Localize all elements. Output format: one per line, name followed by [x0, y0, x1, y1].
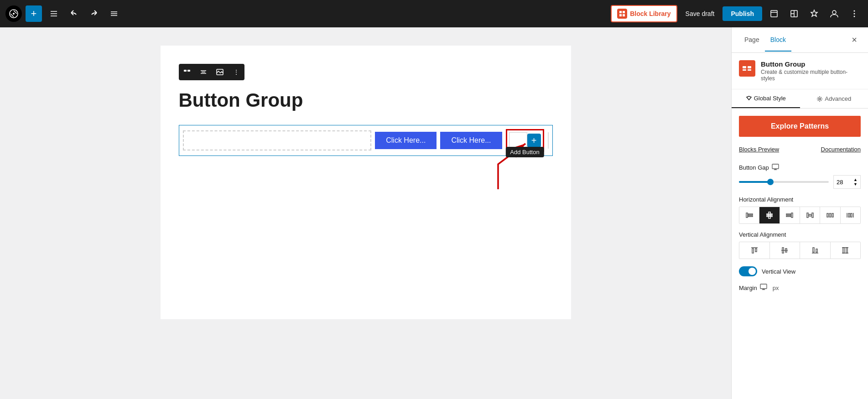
- svg-rect-26: [767, 214, 772, 215]
- block-type-button[interactable]: [179, 64, 195, 80]
- empty-button-area: [183, 130, 372, 150]
- gap-slider-thumb[interactable]: [767, 179, 774, 185]
- image-button[interactable]: [212, 64, 228, 80]
- v-align-top[interactable]: [739, 242, 770, 259]
- svg-point-8: [832, 10, 836, 14]
- svg-rect-19: [748, 69, 751, 71]
- svg-rect-24: [748, 216, 753, 217]
- svg-rect-43: [813, 248, 814, 252]
- svg-rect-21: [772, 164, 779, 169]
- more-block-options[interactable]: ⋮: [228, 64, 244, 80]
- add-button-box: + Add Button: [506, 129, 544, 152]
- svg-rect-34: [827, 213, 828, 217]
- ghost-button[interactable]: [509, 132, 527, 149]
- svg-rect-22: [746, 213, 748, 218]
- more-options-button[interactable]: [846, 5, 863, 22]
- align-button[interactable]: [195, 64, 212, 80]
- settings-section: Button Gap 28 ▲ ▼: [732, 158, 868, 297]
- tab-global-style[interactable]: Global Style: [732, 89, 800, 108]
- svg-point-20: [819, 98, 821, 100]
- v-align-stretch[interactable]: [831, 242, 861, 259]
- block-info-text: Button Group Create & customize multiple…: [761, 60, 861, 82]
- gap-spinner[interactable]: ▲ ▼: [853, 177, 858, 187]
- layout-button[interactable]: [786, 5, 802, 22]
- gap-slider-fill: [739, 181, 770, 183]
- add-button-plus[interactable]: +: [527, 134, 541, 147]
- v-align-middle[interactable]: [770, 242, 800, 259]
- svg-rect-3: [623, 11, 625, 13]
- svg-rect-29: [786, 214, 791, 215]
- svg-rect-17: [748, 66, 751, 68]
- view-button[interactable]: [766, 5, 782, 22]
- blocks-preview-link[interactable]: Blocks Preview: [739, 146, 779, 153]
- svg-rect-23: [748, 214, 753, 215]
- plugins-button[interactable]: [806, 5, 822, 22]
- vertical-view-toggle[interactable]: [739, 266, 757, 276]
- margin-row: Margin px: [739, 284, 861, 292]
- svg-rect-5: [623, 14, 625, 16]
- svg-rect-32: [812, 213, 813, 218]
- svg-rect-39: [752, 249, 754, 253]
- redo-button[interactable]: [86, 5, 102, 22]
- svg-rect-30: [786, 216, 791, 217]
- click-here-button-2[interactable]: Click Here...: [440, 132, 502, 149]
- documentation-link[interactable]: Documentation: [821, 146, 861, 153]
- tab-page[interactable]: Page: [739, 29, 765, 52]
- h-align-space-around[interactable]: [820, 207, 840, 223]
- sidebar-close-button[interactable]: ×: [848, 34, 861, 47]
- user-button[interactable]: [826, 5, 842, 22]
- gap-decrement[interactable]: ▼: [853, 182, 858, 187]
- button-group-block: Click Here... Click Here... + Add Button: [179, 125, 553, 156]
- page-title: Button Group: [179, 89, 553, 111]
- h-align-space-evenly[interactable]: [841, 207, 860, 223]
- editor-canvas: ⋮ Button Group Click Here... Click Here.…: [161, 46, 571, 319]
- svg-rect-38: [851, 213, 852, 217]
- v-align-bottom[interactable]: [800, 242, 831, 259]
- h-align-right[interactable]: [780, 207, 800, 223]
- gap-slider-track[interactable]: [739, 181, 829, 183]
- svg-rect-33: [809, 214, 811, 216]
- list-view-button[interactable]: [106, 5, 122, 22]
- editor-area: ⋮ Button Group Click Here... Click Here.…: [0, 27, 731, 399]
- h-align-left[interactable]: [739, 207, 759, 223]
- undo-button[interactable]: [66, 5, 82, 22]
- gap-increment[interactable]: ▲: [853, 177, 858, 182]
- svg-point-10: [854, 13, 855, 15]
- svg-point-1: [13, 13, 15, 15]
- svg-rect-35: [832, 213, 833, 217]
- publish-button[interactable]: Publish: [722, 6, 762, 21]
- toggle-knob: [748, 268, 756, 275]
- svg-rect-6: [771, 10, 777, 17]
- svg-rect-40: [755, 249, 757, 252]
- svg-point-11: [854, 16, 855, 17]
- svg-rect-27: [767, 216, 772, 217]
- tab-advanced[interactable]: Advanced: [800, 89, 868, 108]
- block-toolbar-area: ⋮: [179, 64, 553, 86]
- save-draft-button[interactable]: Save draft: [681, 7, 719, 20]
- click-here-button-1[interactable]: Click Here...: [375, 132, 437, 149]
- svg-rect-47: [760, 284, 767, 289]
- add-block-button[interactable]: +: [26, 5, 42, 22]
- block-name: Button Group: [761, 60, 861, 68]
- block-toolbar: ⋮: [179, 64, 244, 80]
- h-align-center[interactable]: [759, 207, 780, 223]
- tools-button[interactable]: [46, 5, 62, 22]
- svg-rect-2: [619, 11, 622, 13]
- block-library-icon: [617, 9, 627, 19]
- wp-logo[interactable]: [5, 5, 22, 22]
- horizontal-alignment-label: Horizontal Alignment: [739, 196, 861, 203]
- svg-point-9: [854, 10, 855, 12]
- svg-rect-36: [829, 213, 831, 217]
- h-align-space-between[interactable]: [800, 207, 820, 223]
- main-layout: ⋮ Button Group Click Here... Click Here.…: [0, 27, 868, 399]
- vertical-alignment-grid: [739, 242, 861, 259]
- explore-patterns-button[interactable]: Explore Patterns: [739, 116, 861, 137]
- gap-value-input[interactable]: 28 ▲ ▼: [833, 175, 861, 189]
- margin-monitor-icon: [760, 284, 767, 292]
- block-library-button[interactable]: Block Library: [611, 5, 677, 22]
- vertical-view-row: Vertical View: [739, 266, 861, 276]
- tab-block[interactable]: Block: [765, 29, 791, 52]
- svg-rect-45: [843, 248, 844, 253]
- style-tabs: Global Style Advanced: [732, 89, 868, 109]
- svg-rect-13: [187, 70, 190, 72]
